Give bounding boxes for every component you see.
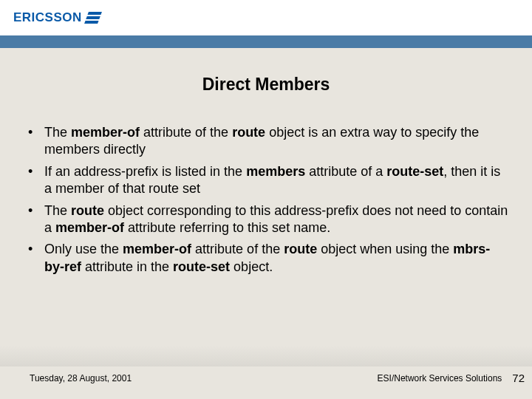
bold-term: members — [246, 164, 305, 179]
text: attribute of a — [305, 164, 386, 179]
footer-right: ESI/Network Services Solutions 72 — [378, 372, 525, 384]
list-item: Only use the member-of attribute of the … — [22, 241, 510, 276]
page-number: 72 — [512, 372, 525, 384]
page-title: Direct Members — [0, 75, 532, 95]
bold-term: member-of — [123, 242, 191, 256]
list-item: The route object corresponding to this a… — [22, 202, 510, 237]
bold-term: route — [232, 125, 265, 140]
text: The — [44, 125, 71, 140]
text: attribute in the — [81, 259, 173, 274]
list-item: If an address-prefix is listed in the me… — [22, 163, 510, 198]
footer-org: ESI/Network Services Solutions — [378, 373, 502, 383]
list-item: The member-of attribute of the route obj… — [22, 124, 510, 159]
footer: Tuesday, 28 August, 2001 ESI/Network Ser… — [0, 372, 532, 384]
header-accent-bar — [0, 35, 532, 48]
footer-date: Tuesday, 28 August, 2001 — [30, 373, 132, 383]
text: Only use the — [44, 242, 123, 256]
bold-term: route-set — [173, 259, 230, 274]
bold-term: route-set — [386, 164, 443, 179]
text: object when using the — [317, 242, 453, 256]
text: object. — [230, 259, 273, 274]
content-area: The member-of attribute of the route obj… — [0, 124, 532, 276]
footer-gradient — [0, 346, 532, 366]
text: attribute referring to this set name. — [124, 220, 330, 235]
brand-name: ERICSSON — [13, 10, 82, 25]
text: attribute of the — [140, 125, 232, 140]
brand-logo: ERICSSON — [13, 10, 100, 25]
bold-term: route — [284, 242, 317, 256]
text: attribute of the — [191, 242, 284, 256]
bold-term: member-of — [71, 125, 140, 140]
brand-stripes-icon — [84, 12, 102, 24]
header-white: ERICSSON — [0, 0, 532, 35]
text: If an address-prefix is listed in the — [44, 164, 246, 179]
bold-term: member-of — [55, 220, 124, 235]
bullet-list: The member-of attribute of the route obj… — [22, 124, 510, 276]
bold-term: route — [71, 203, 104, 218]
text: The — [44, 203, 71, 218]
